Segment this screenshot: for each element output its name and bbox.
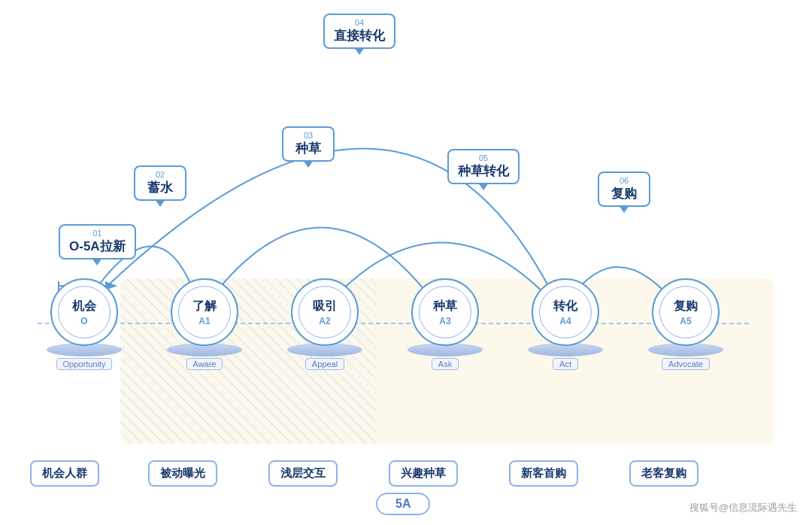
callout-01-label: O-5A拉新	[69, 238, 126, 255]
node-A3-id: A3	[439, 316, 450, 326]
callout-02: 02 蓄水	[134, 165, 186, 201]
node-A4: 转化 A4 Act	[528, 278, 603, 370]
node-A1-id: A1	[198, 316, 210, 326]
inner-ring-A2: 吸引 A2	[298, 286, 351, 338]
pedestal-A4-label: Act	[553, 358, 578, 370]
node-A4-title: 转化	[553, 299, 577, 314]
circle-A5: 复购 A5	[652, 278, 720, 346]
callout-06: 06 复购	[598, 171, 650, 207]
bottom-label-A3: 兴趣种草	[389, 460, 458, 487]
inner-ring-A1: 了解 A1	[178, 286, 231, 338]
node-O-id: O	[80, 316, 87, 326]
pedestal-A3-label: Ask	[432, 358, 459, 370]
diagram-container: 01 O-5A拉新 02 蓄水 03 种草 04 直接转化 05 种草转化 06…	[0, 0, 812, 525]
arcs-svg	[0, 0, 812, 525]
node-O-title: 机会	[72, 299, 96, 314]
circle-A3: 种草 A3	[411, 278, 479, 346]
callout-03: 03 种草	[282, 126, 335, 162]
node-A2-id: A2	[319, 316, 330, 326]
circle-O: 机会 O	[50, 278, 118, 346]
pedestal-A5-label: Advocate	[662, 358, 710, 370]
node-A2-title: 吸引	[313, 299, 337, 314]
callout-06-num: 06	[608, 176, 640, 185]
bottom-label-A2: 浅层交互	[268, 460, 338, 487]
pedestal-A2-label: Appeal	[305, 358, 344, 370]
callout-04: 04 直接转化	[323, 14, 395, 49]
node-O: 机会 O Opportunity	[47, 278, 122, 370]
callout-05-label: 种草转化	[458, 162, 509, 180]
callout-06-label: 复购	[608, 185, 640, 202]
bottom-label-A4: 新客首购	[509, 460, 578, 487]
callout-05-num: 05	[458, 153, 509, 162]
node-A3: 种草 A3 Ask	[408, 278, 483, 370]
node-A5-title: 复购	[674, 299, 698, 314]
watermark: 搜狐号@信息流际遇先生	[689, 501, 797, 514]
node-A2: 吸引 A2 Appeal	[287, 278, 362, 370]
callout-01-num: 01	[69, 229, 126, 238]
inner-ring-O: 机会 O	[58, 286, 111, 338]
node-A5: 复购 A5 Advocate	[648, 278, 723, 370]
inner-ring-A5: 复购 A5	[659, 286, 712, 338]
node-A4-id: A4	[559, 316, 571, 326]
bottom-label-A5: 老客复购	[629, 460, 698, 487]
callout-02-num: 02	[144, 170, 176, 179]
bottom-label-O: 机会人群	[30, 460, 99, 487]
circle-A1: 了解 A1	[171, 278, 238, 346]
callout-04-num: 04	[334, 18, 385, 27]
node-A5-id: A5	[680, 316, 691, 326]
circle-A4: 转化 A4	[532, 278, 599, 346]
node-A1-title: 了解	[192, 299, 217, 314]
callout-05: 05 种草转化	[447, 149, 520, 184]
circle-A2: 吸引 A2	[291, 278, 359, 346]
callout-01: 01 O-5A拉新	[59, 224, 136, 259]
node-A1: 了解 A1 Aware	[167, 278, 242, 370]
callout-04-label: 直接转化	[334, 27, 385, 44]
pedestal-O-label: Opportunity	[56, 358, 113, 370]
callout-02-label: 蓄水	[144, 179, 176, 196]
pedestal-A1-label: Aware	[186, 358, 223, 370]
inner-ring-A4: 转化 A4	[539, 286, 592, 338]
callout-03-label: 种草	[292, 140, 324, 157]
callout-03-num: 03	[292, 131, 324, 140]
bottom-label-A1: 被动曝光	[148, 460, 217, 487]
node-A3-title: 种草	[433, 299, 457, 314]
fiveA-label: 5A	[376, 493, 430, 515]
inner-ring-A3: 种草 A3	[419, 286, 471, 338]
